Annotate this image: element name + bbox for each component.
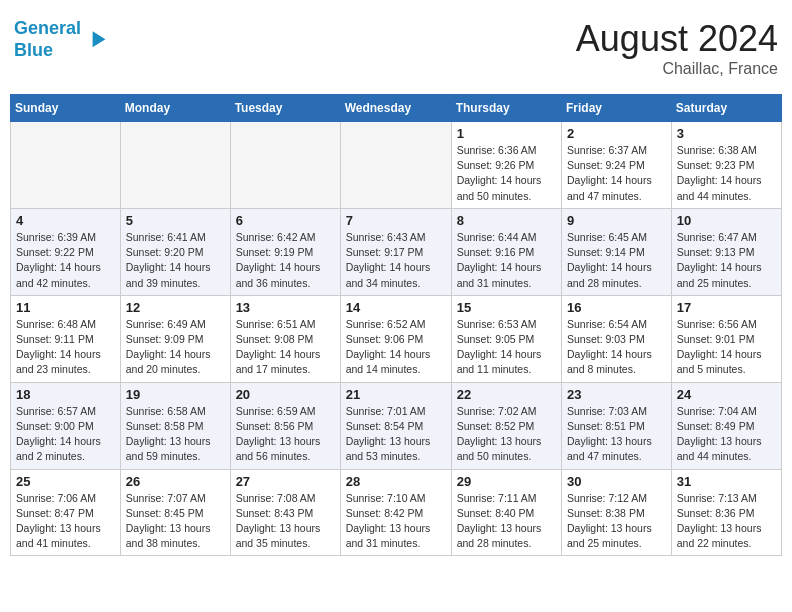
calendar-cell: 20Sunrise: 6:59 AMSunset: 8:56 PMDayligh…: [230, 382, 340, 469]
day-info: Sunrise: 7:11 AMSunset: 8:40 PMDaylight:…: [457, 491, 556, 552]
day-info: Sunrise: 6:58 AMSunset: 8:58 PMDaylight:…: [126, 404, 225, 465]
calendar-cell: 8Sunrise: 6:44 AMSunset: 9:16 PMDaylight…: [451, 208, 561, 295]
calendar-cell: 1Sunrise: 6:36 AMSunset: 9:26 PMDaylight…: [451, 122, 561, 209]
logo: GeneralBlue: [14, 18, 107, 61]
day-number: 19: [126, 387, 225, 402]
day-info: Sunrise: 7:08 AMSunset: 8:43 PMDaylight:…: [236, 491, 335, 552]
calendar-cell: [230, 122, 340, 209]
day-info: Sunrise: 6:38 AMSunset: 9:23 PMDaylight:…: [677, 143, 776, 204]
calendar-cell: 12Sunrise: 6:49 AMSunset: 9:09 PMDayligh…: [120, 295, 230, 382]
calendar-cell: 28Sunrise: 7:10 AMSunset: 8:42 PMDayligh…: [340, 469, 451, 556]
calendar-cell: 25Sunrise: 7:06 AMSunset: 8:47 PMDayligh…: [11, 469, 121, 556]
day-number: 14: [346, 300, 446, 315]
calendar-cell: 24Sunrise: 7:04 AMSunset: 8:49 PMDayligh…: [671, 382, 781, 469]
day-number: 9: [567, 213, 666, 228]
day-info: Sunrise: 7:04 AMSunset: 8:49 PMDaylight:…: [677, 404, 776, 465]
day-number: 10: [677, 213, 776, 228]
day-number: 11: [16, 300, 115, 315]
day-number: 27: [236, 474, 335, 489]
calendar-cell: 18Sunrise: 6:57 AMSunset: 9:00 PMDayligh…: [11, 382, 121, 469]
calendar-cell: 19Sunrise: 6:58 AMSunset: 8:58 PMDayligh…: [120, 382, 230, 469]
day-number: 31: [677, 474, 776, 489]
day-number: 16: [567, 300, 666, 315]
day-number: 18: [16, 387, 115, 402]
day-info: Sunrise: 6:49 AMSunset: 9:09 PMDaylight:…: [126, 317, 225, 378]
day-number: 20: [236, 387, 335, 402]
day-info: Sunrise: 6:59 AMSunset: 8:56 PMDaylight:…: [236, 404, 335, 465]
calendar-cell: 14Sunrise: 6:52 AMSunset: 9:06 PMDayligh…: [340, 295, 451, 382]
calendar-cell: 29Sunrise: 7:11 AMSunset: 8:40 PMDayligh…: [451, 469, 561, 556]
calendar-cell: 7Sunrise: 6:43 AMSunset: 9:17 PMDaylight…: [340, 208, 451, 295]
day-header-sunday: Sunday: [11, 95, 121, 122]
day-header-wednesday: Wednesday: [340, 95, 451, 122]
day-info: Sunrise: 6:47 AMSunset: 9:13 PMDaylight:…: [677, 230, 776, 291]
calendar-cell: 6Sunrise: 6:42 AMSunset: 9:19 PMDaylight…: [230, 208, 340, 295]
day-number: 8: [457, 213, 556, 228]
day-number: 21: [346, 387, 446, 402]
days-header-row: SundayMondayTuesdayWednesdayThursdayFrid…: [11, 95, 782, 122]
day-header-tuesday: Tuesday: [230, 95, 340, 122]
calendar-cell: 3Sunrise: 6:38 AMSunset: 9:23 PMDaylight…: [671, 122, 781, 209]
day-number: 6: [236, 213, 335, 228]
calendar-cell: 9Sunrise: 6:45 AMSunset: 9:14 PMDaylight…: [562, 208, 672, 295]
day-number: 7: [346, 213, 446, 228]
day-number: 23: [567, 387, 666, 402]
day-info: Sunrise: 6:36 AMSunset: 9:26 PMDaylight:…: [457, 143, 556, 204]
day-number: 25: [16, 474, 115, 489]
logo-icon: [83, 28, 107, 52]
calendar-table: SundayMondayTuesdayWednesdayThursdayFrid…: [10, 94, 782, 556]
day-number: 5: [126, 213, 225, 228]
day-number: 1: [457, 126, 556, 141]
location-title: Chaillac, France: [576, 60, 778, 78]
page-header: GeneralBlue August 2024 Chaillac, France: [10, 10, 782, 86]
calendar-cell: 21Sunrise: 7:01 AMSunset: 8:54 PMDayligh…: [340, 382, 451, 469]
day-number: 12: [126, 300, 225, 315]
calendar-cell: 5Sunrise: 6:41 AMSunset: 9:20 PMDaylight…: [120, 208, 230, 295]
day-info: Sunrise: 7:07 AMSunset: 8:45 PMDaylight:…: [126, 491, 225, 552]
calendar-cell: 23Sunrise: 7:03 AMSunset: 8:51 PMDayligh…: [562, 382, 672, 469]
day-info: Sunrise: 6:51 AMSunset: 9:08 PMDaylight:…: [236, 317, 335, 378]
calendar-cell: 13Sunrise: 6:51 AMSunset: 9:08 PMDayligh…: [230, 295, 340, 382]
day-header-thursday: Thursday: [451, 95, 561, 122]
day-info: Sunrise: 6:56 AMSunset: 9:01 PMDaylight:…: [677, 317, 776, 378]
day-header-saturday: Saturday: [671, 95, 781, 122]
day-number: 4: [16, 213, 115, 228]
logo-text: GeneralBlue: [14, 18, 81, 61]
calendar-week-1: 1Sunrise: 6:36 AMSunset: 9:26 PMDaylight…: [11, 122, 782, 209]
calendar-cell: 31Sunrise: 7:13 AMSunset: 8:36 PMDayligh…: [671, 469, 781, 556]
day-info: Sunrise: 7:13 AMSunset: 8:36 PMDaylight:…: [677, 491, 776, 552]
calendar-cell: [11, 122, 121, 209]
title-area: August 2024 Chaillac, France: [576, 18, 778, 78]
day-info: Sunrise: 6:42 AMSunset: 9:19 PMDaylight:…: [236, 230, 335, 291]
calendar-cell: 2Sunrise: 6:37 AMSunset: 9:24 PMDaylight…: [562, 122, 672, 209]
day-number: 17: [677, 300, 776, 315]
calendar-cell: 17Sunrise: 6:56 AMSunset: 9:01 PMDayligh…: [671, 295, 781, 382]
day-number: 22: [457, 387, 556, 402]
day-number: 2: [567, 126, 666, 141]
day-info: Sunrise: 6:45 AMSunset: 9:14 PMDaylight:…: [567, 230, 666, 291]
day-number: 13: [236, 300, 335, 315]
day-number: 15: [457, 300, 556, 315]
calendar-cell: [120, 122, 230, 209]
day-info: Sunrise: 7:02 AMSunset: 8:52 PMDaylight:…: [457, 404, 556, 465]
day-number: 24: [677, 387, 776, 402]
day-header-monday: Monday: [120, 95, 230, 122]
day-info: Sunrise: 6:41 AMSunset: 9:20 PMDaylight:…: [126, 230, 225, 291]
day-info: Sunrise: 7:01 AMSunset: 8:54 PMDaylight:…: [346, 404, 446, 465]
calendar-week-3: 11Sunrise: 6:48 AMSunset: 9:11 PMDayligh…: [11, 295, 782, 382]
calendar-week-5: 25Sunrise: 7:06 AMSunset: 8:47 PMDayligh…: [11, 469, 782, 556]
day-header-friday: Friday: [562, 95, 672, 122]
day-number: 3: [677, 126, 776, 141]
day-info: Sunrise: 7:10 AMSunset: 8:42 PMDaylight:…: [346, 491, 446, 552]
month-title: August 2024: [576, 18, 778, 60]
calendar-cell: 16Sunrise: 6:54 AMSunset: 9:03 PMDayligh…: [562, 295, 672, 382]
calendar-cell: 30Sunrise: 7:12 AMSunset: 8:38 PMDayligh…: [562, 469, 672, 556]
day-info: Sunrise: 7:03 AMSunset: 8:51 PMDaylight:…: [567, 404, 666, 465]
calendar-cell: 4Sunrise: 6:39 AMSunset: 9:22 PMDaylight…: [11, 208, 121, 295]
calendar-cell: 11Sunrise: 6:48 AMSunset: 9:11 PMDayligh…: [11, 295, 121, 382]
calendar-cell: 26Sunrise: 7:07 AMSunset: 8:45 PMDayligh…: [120, 469, 230, 556]
day-number: 29: [457, 474, 556, 489]
day-info: Sunrise: 6:53 AMSunset: 9:05 PMDaylight:…: [457, 317, 556, 378]
day-info: Sunrise: 6:39 AMSunset: 9:22 PMDaylight:…: [16, 230, 115, 291]
day-number: 26: [126, 474, 225, 489]
